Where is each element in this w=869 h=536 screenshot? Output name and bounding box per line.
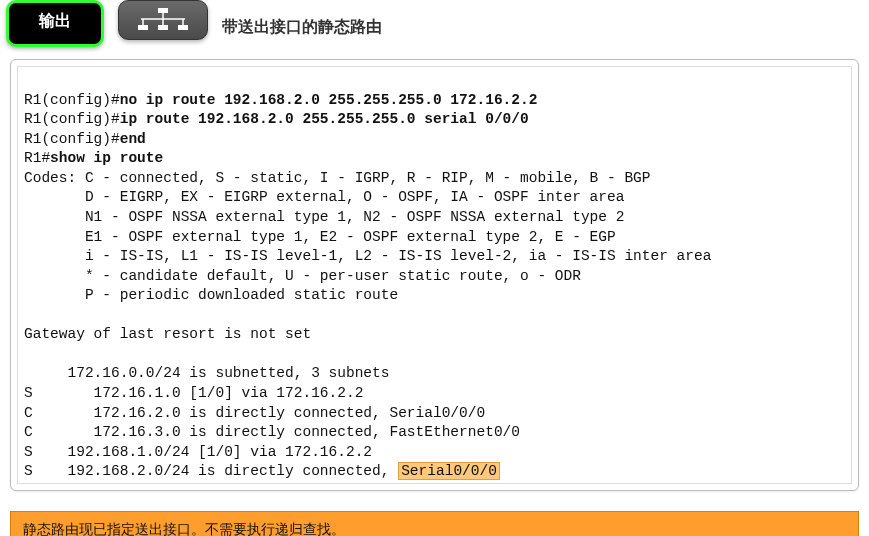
terminal-line: C 172.16.2.0 is directly connected, Seri… <box>24 405 485 421</box>
terminal-line: C 172.16.3.0 is directly connected, Fast… <box>24 424 520 440</box>
terminal-line: R1(config)#end <box>24 131 146 147</box>
terminal-line: P - periodic downloaded static route <box>24 287 398 303</box>
svg-rect-0 <box>158 8 168 13</box>
terminal-panel: R1(config)#no ip route 192.168.2.0 255.2… <box>10 59 859 491</box>
svg-rect-7 <box>158 25 168 30</box>
terminal-line: Codes: C - connected, S - static, I - IG… <box>24 170 651 186</box>
svg-rect-8 <box>178 25 188 30</box>
terminal-line: S 192.168.1.0/24 [1/0] via 172.16.2.2 <box>24 444 372 460</box>
terminal-output: R1(config)#no ip route 192.168.2.0 255.2… <box>17 66 852 484</box>
terminal-line: E1 - OSPF external type 1, E2 - OSPF ext… <box>24 229 616 245</box>
network-topology-icon <box>135 8 191 30</box>
svg-rect-6 <box>138 25 148 30</box>
terminal-line: * - candidate default, U - per-user stat… <box>24 268 581 284</box>
page-title: 带送出接口的静态路由 <box>222 17 382 38</box>
terminal-line: S 172.16.1.0 [1/0] via 172.16.2.2 <box>24 385 363 401</box>
footer-note: 静态路由现已指定送出接口。不需要执行递归查找。 <box>10 511 859 536</box>
terminal-line: R1#show ip route <box>24 150 163 166</box>
terminal-line <box>24 346 33 362</box>
terminal-line: 172.16.0.0/24 is subnetted, 3 subnets <box>24 365 389 381</box>
terminal-line: i - IS-IS, L1 - IS-IS level-1, L2 - IS-I… <box>24 248 711 264</box>
header-bar: 输出 带送出接口的静态路由 <box>0 0 869 55</box>
output-button[interactable]: 输出 <box>6 0 104 47</box>
terminal-line: S 192.168.2.0/24 is directly connected, … <box>24 462 500 480</box>
highlighted-interface: Serial0/0/0 <box>398 462 500 480</box>
terminal-line: N1 - OSPF NSSA external type 1, N2 - OSP… <box>24 209 624 225</box>
topology-button[interactable] <box>118 0 208 40</box>
terminal-line: R1(config)#ip route 192.168.2.0 255.255.… <box>24 111 529 127</box>
terminal-line <box>24 307 33 323</box>
terminal-line: D - EIGRP, EX - EIGRP external, O - OSPF… <box>24 189 624 205</box>
terminal-line: R1(config)#no ip route 192.168.2.0 255.2… <box>24 92 537 108</box>
terminal-line: Gateway of last resort is not set <box>24 326 311 342</box>
